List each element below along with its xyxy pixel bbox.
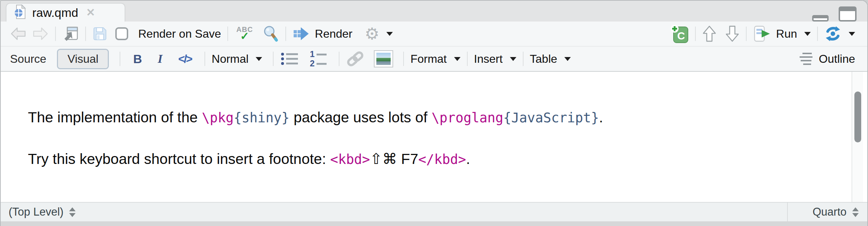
scope-updown-icon — [69, 207, 76, 217]
bullet-list-icon — [280, 51, 299, 67]
render-button[interactable]: Render — [293, 27, 352, 41]
document-mode-selector[interactable]: Quarto — [787, 203, 867, 221]
editor-tab-raw-qmd[interactable]: raw.qmd ✕ — [6, 3, 125, 22]
separator — [746, 27, 747, 41]
latex-arg-shiny: {shiny} — [234, 110, 290, 126]
separator — [120, 52, 120, 66]
bold-icon: B — [133, 52, 142, 66]
source-mode-button[interactable]: Source — [10, 52, 46, 66]
inline-code-button[interactable]: </> — [178, 52, 192, 66]
tab-strip: raw.qmd ✕ — [1, 1, 867, 22]
gear-icon: ⚙ — [365, 25, 379, 42]
link-icon — [346, 51, 365, 67]
render-options-button[interactable]: ⚙ — [365, 25, 393, 42]
arrow-up-icon — [702, 25, 717, 42]
vertical-scrollbar[interactable] — [852, 72, 863, 202]
text-run: The implementation of the — [28, 109, 202, 126]
render-on-save-label: Render on Save — [138, 27, 221, 41]
visual-editor-toolbar: Source Visual B I </> Normal 1 — [1, 47, 867, 72]
popout-window-icon — [62, 25, 79, 42]
format-menu[interactable]: Format — [410, 52, 460, 66]
inline-code-icon: </> — [178, 52, 192, 66]
numbered-list-icon: 1 2 — [309, 50, 329, 67]
tab-title: raw.qmd — [32, 6, 78, 20]
insert-menu[interactable]: Insert — [474, 52, 516, 66]
dropdown-caret-icon — [386, 32, 393, 36]
forward-arrow-icon — [32, 27, 49, 41]
latex-command-pkg: \pkg — [202, 110, 233, 126]
tab-close-icon[interactable]: ✕ — [86, 7, 95, 18]
editor-toolbar: Render on Save ABC ✓ Render — [1, 22, 867, 47]
arrow-down-icon — [725, 25, 739, 42]
scrollbar-thumb[interactable] — [854, 91, 861, 142]
separator — [85, 27, 86, 41]
rerun-source-button[interactable] — [824, 25, 855, 42]
paragraph-2: Try this keyboard shortcut to insert a f… — [28, 148, 824, 171]
text-run: . — [466, 151, 470, 167]
separator — [467, 52, 468, 66]
editor-status-bar: (Top Level) Quarto — [1, 202, 867, 221]
render-on-save-checkbox[interactable] — [115, 27, 128, 40]
visual-mode-label: Visual — [67, 52, 98, 66]
dropdown-caret-icon — [510, 57, 516, 61]
latex-command-proglang: \proglang — [431, 110, 503, 126]
italic-button[interactable]: I — [158, 52, 163, 66]
insert-link-button[interactable] — [346, 51, 365, 67]
dropdown-caret-icon — [804, 32, 811, 36]
maximize-pane-icon[interactable] — [839, 6, 857, 22]
render-label: Render — [315, 27, 352, 41]
visual-editor-canvas[interactable]: The implementation of the \pkg{shiny} pa… — [1, 72, 867, 202]
outline-icon — [800, 53, 814, 65]
source-mode-label: Source — [10, 52, 46, 66]
find-replace-button[interactable] — [262, 25, 279, 42]
numbered-list-button[interactable]: 1 2 — [309, 50, 329, 67]
svg-text:1: 1 — [310, 50, 314, 59]
pane-bottom-edge — [1, 221, 867, 226]
previous-chunk-button[interactable] — [702, 25, 717, 42]
run-label: Run — [776, 27, 797, 41]
image-icon — [374, 50, 393, 67]
text-run: Try this keyboard shortcut to insert a f… — [28, 151, 330, 167]
spellcheck-icon: ABC ✓ — [235, 26, 255, 42]
separator — [273, 52, 274, 66]
kbd-close-tag: </kbd> — [418, 152, 466, 167]
outline-toggle-button[interactable]: Outline — [800, 52, 855, 66]
mode-updown-icon — [852, 207, 859, 217]
italic-icon: I — [158, 52, 163, 66]
text-run: . — [599, 109, 603, 126]
scope-selector[interactable]: (Top Level) — [1, 206, 76, 218]
dropdown-caret-icon — [849, 32, 855, 36]
table-menu[interactable]: Table — [530, 52, 571, 66]
separator — [55, 27, 56, 41]
table-menu-label: Table — [530, 52, 558, 66]
keyboard-shortcut-keys: ⇧⌘ F7 — [370, 151, 418, 167]
separator — [817, 27, 818, 41]
run-button[interactable]: Run — [753, 25, 811, 42]
render-on-save-toggle[interactable]: Render on Save — [115, 27, 221, 41]
insert-code-chunk-button[interactable]: C — [670, 24, 689, 43]
bullet-list-button[interactable] — [280, 51, 299, 67]
separator — [204, 52, 205, 66]
block-style-dropdown[interactable]: Normal — [212, 52, 262, 66]
document-mode-label: Quarto — [812, 206, 847, 218]
back-arrow-icon — [10, 27, 26, 41]
save-button[interactable] — [92, 26, 107, 41]
visual-mode-button[interactable]: Visual — [57, 49, 109, 69]
bold-button[interactable]: B — [133, 52, 142, 66]
separator — [339, 52, 339, 66]
spellcheck-button[interactable]: ABC ✓ — [235, 26, 255, 42]
text-run: package uses lots of — [289, 109, 431, 126]
scope-label: (Top Level) — [9, 206, 63, 218]
forward-button[interactable] — [32, 27, 49, 41]
latex-arg-javascript: {JavaScript} — [503, 110, 599, 126]
back-button[interactable] — [10, 27, 26, 41]
minimize-pane-icon[interactable] — [812, 15, 829, 22]
separator — [403, 52, 404, 66]
save-icon — [92, 26, 107, 41]
next-chunk-button[interactable] — [725, 25, 739, 42]
magnifier-icon — [262, 25, 279, 42]
insert-image-button[interactable] — [374, 50, 393, 67]
svg-text:2: 2 — [310, 58, 314, 67]
separator — [285, 27, 286, 41]
open-in-new-window-button[interactable] — [62, 25, 79, 42]
